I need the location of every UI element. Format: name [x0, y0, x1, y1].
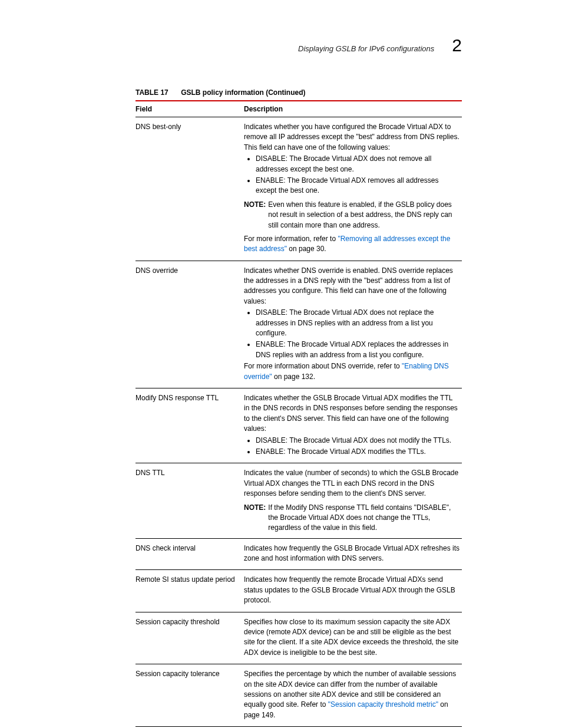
text-run: For more information, refer to [244, 235, 338, 243]
page: Displaying GSLB for IPv6 configurations … [0, 0, 562, 728]
note: NOTE: If the Modify DNS response TTL fie… [244, 503, 459, 533]
desc-text: Specifies the percentage by which the nu… [244, 669, 459, 720]
desc-text: For more information, refer to "Removing… [244, 234, 459, 255]
table-row: Session capacity threshold Specifies how… [135, 612, 462, 664]
list-item: DISABLE: The Brocade Virtual ADX does no… [256, 436, 459, 446]
desc-cell: Indicates whether DNS override is enable… [244, 261, 462, 388]
bullet-list: DISABLE: The Brocade Virtual ADX does no… [246, 436, 459, 457]
field-cell: DNS override [135, 261, 244, 388]
col-header-field: Field [135, 101, 244, 117]
note-text: If the Modify DNS response TTL field con… [268, 503, 459, 533]
desc-text: Indicates how frequently the remote Broc… [244, 575, 459, 605]
list-item: ENABLE: The Brocade Virtual ADX modifies… [256, 447, 459, 457]
desc-text: Indicates whether DNS override is enable… [244, 266, 459, 307]
list-item: DISABLE: The Brocade Virtual ADX does no… [256, 308, 459, 338]
desc-text: Indicates the value (number of seconds) … [244, 468, 459, 499]
page-header: Displaying GSLB for IPv6 configurations … [135, 35, 462, 55]
field-cell: DNS check interval [135, 538, 244, 570]
desc-cell: Specifies how close to its maximum sessi… [244, 612, 462, 664]
desc-text: Indicates how frequently the GSLB Brocad… [244, 543, 459, 564]
text-run: For more information about DNS override,… [244, 362, 402, 370]
text-run: on page 132. [272, 373, 315, 381]
list-item: ENABLE: The Brocade Virtual ADX replaces… [256, 340, 459, 360]
desc-text: For more information about DNS override,… [244, 361, 459, 382]
desc-cell: Indicates how frequently the GSLB Brocad… [244, 538, 462, 570]
desc-cell: Indicates how frequently the remote Broc… [244, 570, 462, 612]
field-cell: Remote SI status update period [135, 570, 244, 612]
col-header-description: Description [244, 101, 462, 117]
note-label: NOTE: [244, 200, 266, 230]
bullet-list: DISABLE: The Brocade Virtual ADX does no… [246, 308, 459, 360]
table-number: TABLE 17 [135, 88, 168, 97]
note-label: NOTE: [244, 503, 266, 533]
table-title: GSLB policy information (Continued) [181, 88, 305, 97]
desc-text: Indicates whether the GSLB Brocade Virtu… [244, 393, 459, 434]
note-text: Even when this feature is enabled, if th… [268, 200, 459, 230]
desc-text: Indicates whether you have configured th… [244, 122, 459, 153]
table-caption: TABLE 17 GSLB policy information (Contin… [135, 88, 462, 97]
text-run: on page 30. [287, 245, 326, 253]
table-row: Remote SI status update period Indicates… [135, 570, 462, 612]
running-head: Displaying GSLB for IPv6 configurations [298, 44, 434, 53]
table-row: DNS TTL Indicates the value (number of s… [135, 463, 462, 538]
field-cell: Session capacity tolerance [135, 664, 244, 727]
table-row: Modify DNS response TTL Indicates whethe… [135, 388, 462, 463]
cross-ref-link[interactable]: "Session capacity threshold metric" [328, 700, 438, 709]
table-row: DNS best-only Indicates whether you have… [135, 117, 462, 261]
note: NOTE: Even when this feature is enabled,… [244, 200, 459, 230]
policy-table: Field Description DNS best-only Indicate… [135, 100, 462, 728]
list-item: DISABLE: The Brocade Virtual ADX does no… [256, 154, 459, 174]
desc-cell: Indicates the value (number of seconds) … [244, 463, 462, 538]
field-cell: Session capacity threshold [135, 612, 244, 664]
desc-cell: Indicates whether the GSLB Brocade Virtu… [244, 388, 462, 463]
field-cell: DNS best-only [135, 117, 244, 261]
table-row: DNS override Indicates whether DNS overr… [135, 261, 462, 388]
bullet-list: DISABLE: The Brocade Virtual ADX does no… [246, 154, 459, 196]
desc-cell: Indicates whether you have configured th… [244, 117, 462, 261]
field-cell: Modify DNS response TTL [135, 388, 244, 463]
table-row: Session capacity tolerance Specifies the… [135, 664, 462, 727]
desc-cell: Specifies the percentage by which the nu… [244, 664, 462, 727]
list-item: ENABLE: The Brocade Virtual ADX removes … [256, 176, 459, 196]
chapter-number: 2 [452, 35, 462, 55]
field-cell: DNS TTL [135, 463, 244, 538]
table-row: DNS check interval Indicates how frequen… [135, 538, 462, 570]
desc-text: Specifies how close to its maximum sessi… [244, 617, 459, 658]
